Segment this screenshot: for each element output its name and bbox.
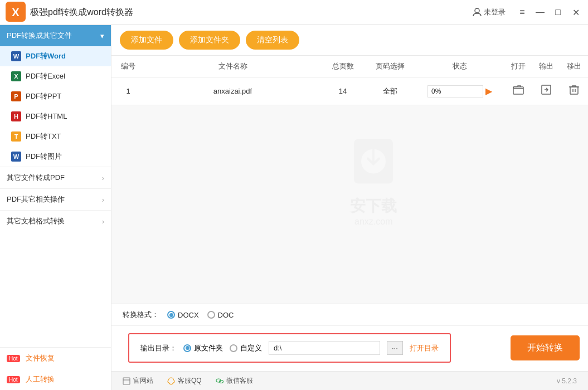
cell-open[interactable] — [504, 77, 532, 105]
sidebar-header-chevron: ▾ — [100, 32, 104, 40]
start-convert-button[interactable]: 开始转换 — [511, 335, 580, 360]
img-icon: W — [11, 152, 21, 162]
progress-arrow-icon: ▶ — [485, 86, 492, 96]
sidebar-section-label-1: 其它文件转成PDF — [7, 173, 65, 183]
output-row: 输出目录： 原文件夹 自定义 ··· 打开目录 — [128, 333, 451, 363]
chevron-right-icon-2: › — [102, 196, 104, 204]
sidebar-promo-manual[interactable]: Hot 人工转换 — [0, 369, 111, 390]
add-folder-button[interactable]: 添加文件夹 — [179, 31, 240, 50]
watermark-text: 安下载 — [346, 195, 401, 216]
path-input[interactable] — [269, 341, 380, 355]
watermark: 安下载 anxz.com — [346, 133, 401, 226]
user-icon — [473, 8, 482, 17]
output-option-custom[interactable]: 自定义 — [230, 343, 262, 353]
col-header-filename: 文件名称 — [145, 56, 320, 77]
sidebar: PDF转换成其它文件 ▾ W PDF转Word X PDF转Excel P PD… — [0, 25, 111, 390]
cell-pagesel[interactable]: 全部 — [365, 77, 415, 105]
maximize-button[interactable]: □ — [551, 6, 565, 19]
progress-bar: 0% — [427, 85, 483, 98]
sidebar-item-pdf-to-word[interactable]: W PDF转Word — [0, 46, 111, 66]
output-option-original[interactable]: 原文件夹 — [183, 343, 223, 353]
output-icon[interactable] — [541, 86, 552, 98]
svg-text:X: X — [12, 6, 20, 18]
radio-doc-label: DOC — [218, 311, 234, 319]
txt-icon: T — [11, 131, 21, 142]
cell-status: 0% ▶ — [415, 77, 504, 105]
svg-rect-5 — [570, 87, 578, 94]
sidebar-item-label-word: PDF转Word — [26, 51, 66, 61]
sidebar-item-pdf-to-html[interactable]: H PDF转HTML — [0, 106, 111, 126]
app-logo: X — [6, 2, 26, 23]
minimize-button[interactable]: — — [533, 6, 547, 19]
format-option-doc[interactable]: DOC — [207, 311, 234, 319]
watermark-url: anxz.com — [346, 216, 401, 226]
progress-text: 0% — [431, 87, 441, 95]
cell-num: 1 — [111, 77, 145, 105]
app-title: 极强pdf转换成word转换器 — [30, 7, 473, 18]
output-radio-group: 原文件夹 自定义 — [183, 343, 262, 353]
footer-qq[interactable]: 客服QQ — [167, 376, 202, 386]
svg-point-2 — [475, 8, 479, 13]
sidebar-section-doc-convert[interactable]: 其它文档格式转换 › — [0, 210, 111, 232]
format-label: 转换格式： — [123, 310, 159, 320]
html-icon: H — [11, 111, 21, 121]
sidebar-bottom: Hot 文件恢复 Hot 人工转换 — [0, 347, 111, 390]
title-bar: X 极强pdf转换成word转换器 未登录 ≡ — □ ✕ — [0, 0, 588, 25]
watermark-icon — [346, 133, 401, 201]
sidebar-item-label-txt: PDF转TXT — [26, 131, 61, 142]
open-folder-icon[interactable] — [513, 86, 524, 98]
dots-button[interactable]: ··· — [387, 341, 403, 355]
sidebar-item-pdf-to-excel[interactable]: X PDF转Excel — [0, 66, 111, 86]
table-row: 1 anxaizai.pdf 14 全部 0% ▶ — [111, 77, 588, 105]
start-area: 输出目录： 原文件夹 自定义 ··· 打开目录 — [111, 326, 588, 371]
qq-label: 客服QQ — [178, 376, 202, 386]
col-header-remove: 移出 — [560, 56, 588, 77]
sidebar-promo-recovery[interactable]: Hot 文件恢复 — [0, 348, 111, 369]
output-label: 输出目录： — [140, 343, 177, 353]
svg-point-7 — [361, 149, 386, 173]
user-area[interactable]: 未登录 — [473, 7, 506, 17]
format-option-docx[interactable]: DOCX — [167, 311, 199, 319]
file-table: 编号 文件名称 总页数 页码选择 状态 打开 输出 移出 1 anxaizai.… — [111, 56, 588, 105]
sidebar-item-label-excel: PDF转Excel — [26, 71, 65, 81]
cell-output[interactable] — [532, 77, 560, 105]
sidebar-section-other-to-pdf[interactable]: 其它文件转成PDF › — [0, 167, 111, 188]
close-button[interactable]: ✕ — [569, 6, 582, 19]
footer: 官网站 客服QQ 微信客服 v 5.2.3 — [111, 371, 588, 390]
website-label: 官网站 — [133, 376, 153, 386]
remove-icon[interactable] — [568, 86, 580, 98]
col-header-num: 编号 — [111, 56, 145, 77]
cell-remove[interactable] — [560, 77, 588, 105]
open-dir-button[interactable]: 打开目录 — [410, 343, 439, 353]
excel-icon: X — [11, 71, 21, 81]
add-file-button[interactable]: 添加文件 — [120, 31, 173, 50]
col-header-output: 输出 — [532, 56, 560, 77]
main-layout: PDF转换成其它文件 ▾ W PDF转Word X PDF转Excel P PD… — [0, 25, 588, 390]
sidebar-item-label-ppt: PDF转PPT — [26, 91, 61, 101]
ppt-icon: P — [11, 91, 21, 101]
footer-wechat[interactable]: 微信客服 — [216, 376, 253, 386]
promo-recovery-label: 文件恢复 — [26, 353, 55, 363]
sidebar-item-label-html: PDF转HTML — [26, 111, 67, 121]
clear-list-button[interactable]: 清空列表 — [246, 31, 299, 50]
sidebar-header-label: PDF转换成其它文件 — [7, 31, 72, 41]
sidebar-item-pdf-to-txt[interactable]: T PDF转TXT — [0, 126, 111, 147]
col-header-status: 状态 — [415, 56, 504, 77]
chevron-right-icon-1: › — [102, 174, 104, 182]
promo-manual-label: 人工转换 — [26, 374, 55, 384]
sidebar-item-pdf-to-ppt[interactable]: P PDF转PPT — [0, 86, 111, 106]
sidebar-item-pdf-to-img[interactable]: W PDF转图片 — [0, 147, 111, 167]
sidebar-section-pdf-ops[interactable]: PDF其它相关操作 › — [0, 188, 111, 210]
menu-button[interactable]: ≡ — [516, 6, 529, 19]
sidebar-section-label-3: 其它文档格式转换 — [7, 216, 65, 226]
col-header-pagesel: 页码选择 — [365, 56, 415, 77]
word-icon: W — [11, 51, 21, 61]
footer-website[interactable]: 官网站 — [123, 376, 153, 386]
version-label: v 5.2.3 — [557, 377, 577, 385]
radio-original-label: 原文件夹 — [194, 343, 223, 353]
file-table-area: 编号 文件名称 总页数 页码选择 状态 打开 输出 移出 1 anxaizai.… — [111, 56, 588, 304]
radio-custom-label: 自定义 — [240, 343, 262, 353]
sidebar-section-label-2: PDF其它相关操作 — [7, 194, 65, 204]
sidebar-header[interactable]: PDF转换成其它文件 ▾ — [0, 25, 111, 46]
wechat-label: 微信客服 — [226, 376, 253, 386]
